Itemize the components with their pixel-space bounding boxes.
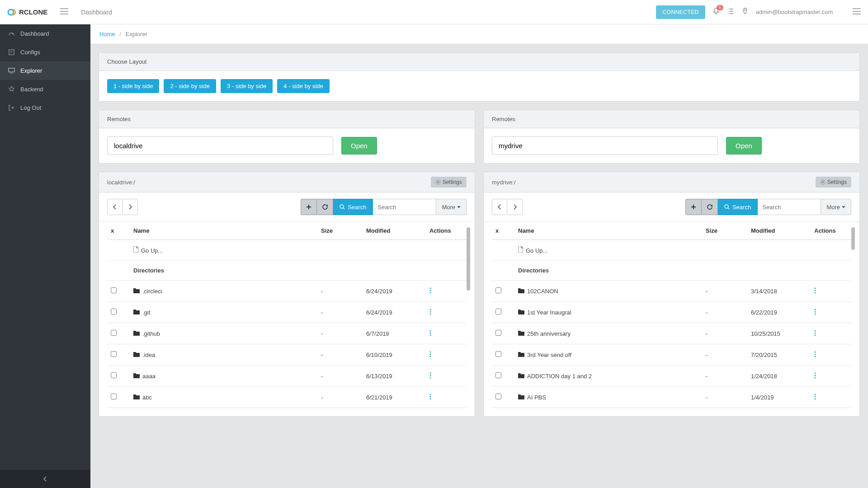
go-up-label: Go Up... (526, 247, 547, 254)
settings-button-right[interactable]: Settings (816, 177, 851, 188)
table-row[interactable]: 1st Year Inaugral-6/22/2019 (492, 302, 851, 323)
row-actions-icon[interactable] (814, 350, 816, 359)
nav-forward-button[interactable] (507, 199, 523, 215)
sidebar-item-logout[interactable]: Log Out (0, 99, 90, 117)
svg-point-27 (815, 290, 816, 291)
add-button[interactable] (685, 199, 702, 215)
logo[interactable]: RCLONE (7, 8, 47, 17)
row-actions-icon[interactable] (429, 308, 431, 317)
bell-icon[interactable]: 5 (712, 8, 720, 16)
sidebar-toggle-icon[interactable] (60, 8, 68, 16)
row-checkbox[interactable] (111, 372, 117, 378)
nav-back-button[interactable] (492, 199, 507, 215)
folder-icon (133, 288, 140, 295)
row-actions-icon[interactable] (814, 393, 816, 402)
pin-icon[interactable] (741, 8, 749, 16)
go-up-row[interactable]: Go Up... (107, 240, 467, 261)
add-button[interactable] (301, 199, 317, 215)
svg-point-23 (430, 399, 431, 400)
brand-text: RCLONE (19, 8, 47, 16)
scrollbar-thumb[interactable] (851, 227, 855, 250)
table-row[interactable]: 3rd Year send off-7/20/2015 (492, 344, 851, 366)
sidebar-item-configs[interactable]: Configs (0, 43, 90, 61)
svg-point-25 (725, 205, 728, 208)
row-checkbox[interactable] (495, 330, 501, 336)
layout-1-button[interactable]: 1 - side by side (107, 79, 159, 93)
refresh-button[interactable] (702, 199, 718, 215)
row-actions-icon[interactable] (429, 350, 431, 359)
table-row[interactable]: AI PBS-1/4/2019 (492, 387, 851, 408)
open-button-right[interactable]: Open (726, 137, 762, 155)
table-row[interactable]: .github-6/7/2019 (107, 323, 467, 344)
sidebar-item-dashboard[interactable]: Dashboard (0, 24, 90, 43)
row-checkbox[interactable] (111, 351, 117, 357)
row-size: - (317, 344, 363, 366)
row-actions-icon[interactable] (814, 308, 816, 317)
search-input-right[interactable] (758, 199, 821, 215)
row-actions-icon[interactable] (814, 329, 816, 338)
list-icon[interactable] (727, 8, 734, 16)
row-checkbox[interactable] (111, 309, 117, 314)
remote-input-left[interactable] (107, 136, 333, 155)
breadcrumb-home[interactable]: Home (99, 31, 115, 38)
search-button[interactable]: Search (333, 199, 373, 215)
scrollbar-thumb[interactable] (467, 227, 470, 291)
sidebar-item-explorer[interactable]: Explorer (0, 61, 90, 80)
table-row[interactable]: 25th anniversary-10/25/2015 (492, 323, 851, 344)
path-label-right: mydrive:/ (492, 179, 516, 186)
layout-3-button[interactable]: 3 - side by side (221, 79, 273, 93)
row-checkbox[interactable] (495, 372, 501, 378)
row-actions-icon[interactable] (814, 286, 816, 296)
more-button[interactable]: More (436, 199, 467, 215)
row-checkbox[interactable] (495, 394, 501, 399)
table-row[interactable]: .circleci-6/24/2019 (107, 281, 467, 302)
open-button-left[interactable]: Open (341, 137, 377, 155)
row-actions-icon[interactable] (429, 286, 431, 296)
search-button[interactable]: Search (718, 199, 758, 215)
row-actions-icon[interactable] (429, 393, 431, 402)
row-checkbox[interactable] (495, 351, 501, 357)
row-checkbox[interactable] (495, 287, 501, 293)
row-checkbox[interactable] (111, 287, 117, 293)
sidebar-item-backend[interactable]: Backend (0, 80, 90, 99)
speedometer-icon (8, 30, 15, 37)
table-row[interactable]: .idea-6/10/2019 (107, 344, 467, 366)
svg-point-34 (815, 335, 816, 336)
nav-back-button[interactable] (107, 199, 123, 215)
folder-icon (518, 309, 524, 316)
folder-icon (133, 330, 140, 337)
row-name: aaaa (142, 373, 156, 380)
layout-4-button[interactable]: 4 - side by side (277, 79, 329, 93)
nav-forward-button[interactable] (123, 199, 138, 215)
breadcrumb-current: Explorer (126, 31, 147, 38)
remote-input-right[interactable] (492, 136, 718, 155)
right-menu-icon[interactable] (853, 8, 861, 16)
row-name: ADDICTION day 1 and 2 (527, 373, 592, 380)
directories-label: Directories (130, 261, 317, 281)
folder-icon (133, 309, 140, 316)
search-input-left[interactable] (373, 199, 436, 215)
table-row[interactable]: .git-6/24/2019 (107, 302, 467, 323)
explorer-card-right: mydrive:/ Settings (483, 172, 860, 417)
row-size: - (317, 281, 363, 302)
more-button[interactable]: More (821, 199, 851, 215)
settings-button-left[interactable]: Settings (431, 177, 467, 188)
refresh-button[interactable] (317, 199, 333, 215)
connected-button[interactable]: CONNECTED (656, 5, 705, 19)
layout-2-button[interactable]: 2 - side by side (164, 79, 216, 93)
table-row[interactable]: abc-6/21/2019 (107, 387, 467, 408)
table-row[interactable]: aaaa-6/13/2019 (107, 366, 467, 387)
row-actions-icon[interactable] (429, 329, 431, 338)
note-icon (8, 49, 15, 56)
row-checkbox[interactable] (495, 309, 501, 314)
go-up-row[interactable]: Go Up... (492, 240, 851, 261)
table-row[interactable]: ADDICTION day 1 and 2-1/24/2018 (492, 366, 851, 387)
sidebar-collapse-button[interactable] (0, 470, 90, 488)
col-check: x (492, 222, 514, 240)
row-actions-icon[interactable] (814, 371, 816, 380)
svg-point-19 (430, 375, 431, 376)
row-actions-icon[interactable] (429, 371, 431, 380)
row-checkbox[interactable] (111, 394, 117, 399)
row-checkbox[interactable] (111, 330, 117, 336)
table-row[interactable]: 102CANON-3/14/2018 (492, 281, 851, 302)
